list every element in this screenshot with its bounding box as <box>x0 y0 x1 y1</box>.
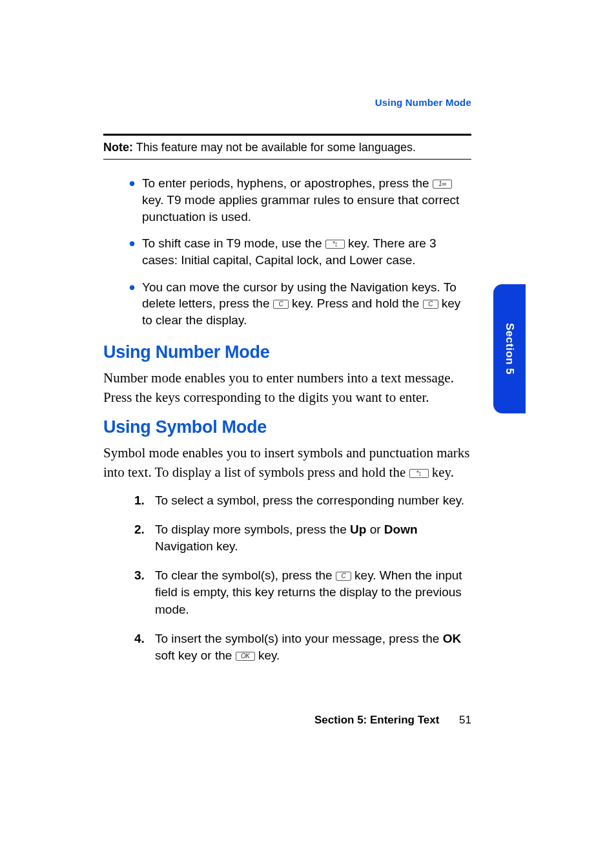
step-text: soft key or the <box>155 649 236 662</box>
step-text: To insert the symbol(s) into your messag… <box>155 632 443 645</box>
step-text: key. <box>258 649 280 662</box>
body-text: Number mode enables you to enter numbers… <box>103 369 471 407</box>
bullet-text: To shift case in T9 mode, use the <box>142 236 325 250</box>
step-text: Navigation key. <box>155 539 238 553</box>
note-block: Note: This feature may not be available … <box>103 140 471 155</box>
heading-symbol-mode: Using Symbol Mode <box>103 417 471 437</box>
step-text: To clear the symbol(s), press the <box>155 568 336 582</box>
page-footer: Section 5: Entering Text 51 <box>103 714 471 727</box>
page-content: Using Number Mode Note: This feature may… <box>103 97 471 676</box>
step-item: To insert the symbol(s) into your messag… <box>155 630 471 665</box>
bullet-text: To enter periods, hyphens, or apostrophe… <box>142 176 433 190</box>
up-label: Up <box>350 523 366 536</box>
c-key-icon: C <box>336 572 351 581</box>
list-item: To enter periods, hyphens, or apostrophe… <box>142 175 471 225</box>
list-item: You can move the cursor by using the Nav… <box>142 279 471 329</box>
rule-bottom <box>103 159 471 160</box>
note-label: Note: <box>103 141 133 154</box>
step-text: or <box>370 523 384 536</box>
ok-key-icon: OK <box>236 652 255 661</box>
section-tab-label: Section 5 <box>503 323 516 375</box>
page-number: 51 <box>459 714 471 727</box>
footer-section: Section 5: Entering Text <box>314 714 439 726</box>
bullet-text: key. T9 mode applies grammar rules to en… <box>142 193 459 223</box>
rule-top <box>103 134 471 136</box>
numbered-steps: To select a symbol, press the correspond… <box>103 492 471 665</box>
note-text: This feature may not be available for so… <box>136 141 416 154</box>
body-text-post: key. <box>432 464 454 480</box>
step-text: To display more symbols, press the <box>155 523 350 536</box>
c-key-icon: C <box>423 300 438 309</box>
step-item: To clear the symbol(s), press the C key.… <box>155 567 471 619</box>
down-label: Down <box>384 523 418 536</box>
section-tab: Section 5 <box>493 284 526 413</box>
step-item: To display more symbols, press the Up or… <box>155 521 471 556</box>
bullet-text: key. Press and hold the <box>292 296 422 310</box>
star-key-icon: *↨ <box>325 240 345 249</box>
c-key-icon: C <box>273 300 289 309</box>
step-item: To select a symbol, press the correspond… <box>155 492 471 510</box>
step-text: To select a symbol, press the correspond… <box>155 494 464 507</box>
list-item: To shift case in T9 mode, use the *↨ key… <box>142 235 471 268</box>
body-text: Symbol mode enables you to insert symbol… <box>103 444 471 482</box>
ok-label: OK <box>443 632 462 645</box>
one-key-icon: 1∞ <box>433 180 452 189</box>
bullet-list: To enter periods, hyphens, or apostrophe… <box>103 175 471 328</box>
star-key-icon: *↨ <box>409 469 429 478</box>
heading-number-mode: Using Number Mode <box>103 342 471 362</box>
running-header: Using Number Mode <box>103 97 471 108</box>
